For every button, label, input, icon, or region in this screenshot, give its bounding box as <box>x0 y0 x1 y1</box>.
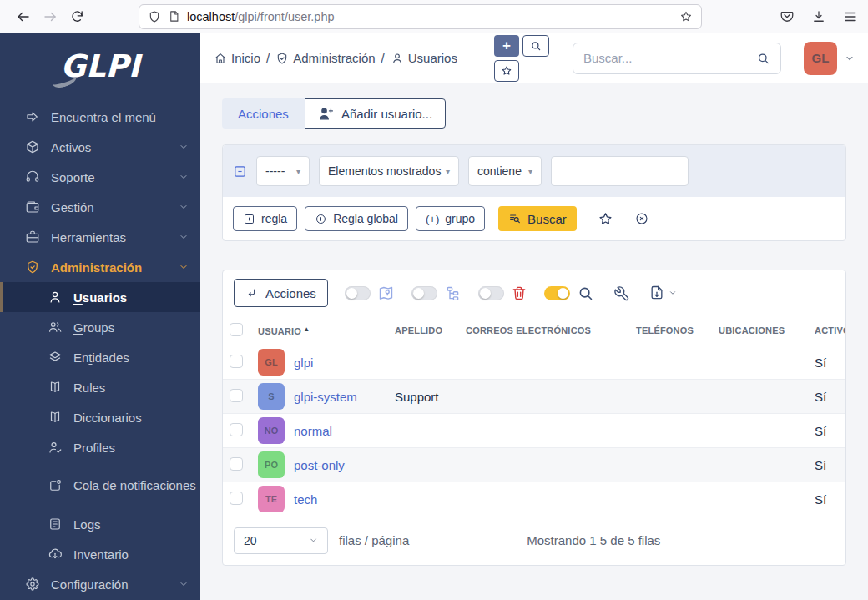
sidebar-item-inventario[interactable]: Inventario <box>0 539 200 569</box>
bookmark-star-button[interactable] <box>494 60 519 82</box>
wrench-icon <box>613 285 630 302</box>
username-link[interactable]: tech <box>294 492 317 507</box>
briefcase-icon <box>25 229 40 245</box>
settings-wrench-button[interactable] <box>613 285 630 302</box>
reset-search-button[interactable] <box>634 211 649 226</box>
sidebar-item-usuarios[interactable]: Usuarios <box>0 282 200 312</box>
search-icon <box>530 40 542 52</box>
user-menu[interactable]: GL <box>804 42 855 75</box>
sidebar-item-configuracion[interactable]: Configuración <box>0 569 200 599</box>
table-row: POpost-only Sí <box>223 448 845 482</box>
avatar: GL <box>258 349 285 376</box>
column-header-correos[interactable]: CORREOS ELECTRÓNICOS <box>459 315 629 345</box>
global-rule-button[interactable]: Regla global <box>305 206 408 231</box>
row-checkbox[interactable] <box>230 492 243 505</box>
minus-square-icon[interactable] <box>233 164 247 179</box>
row-checkbox[interactable] <box>230 389 243 402</box>
bookmark-star-icon[interactable] <box>679 10 693 23</box>
column-header-telefonos[interactable]: TELÉFONOS <box>629 315 712 345</box>
row-checkbox[interactable] <box>230 457 243 471</box>
add-button[interactable]: + <box>494 35 519 57</box>
add-user-button[interactable]: Añadir usuario... <box>305 98 446 129</box>
search-icon[interactable] <box>577 285 594 302</box>
app-header: Inicio / Administración / Usuarios + <box>200 33 868 83</box>
menu-hamburger-icon[interactable] <box>843 9 858 24</box>
map-toggle[interactable] <box>345 286 371 300</box>
emails-cell <box>459 448 629 482</box>
sidebar-item-groups[interactable]: Groups <box>0 312 200 342</box>
browser-chrome: localhost/glpi/front/user.php <box>0 0 868 33</box>
table-row: NOnormal Sí <box>223 414 845 448</box>
sidebar-item-soporte[interactable]: Soporte <box>0 162 200 192</box>
row-checkbox[interactable] <box>230 423 243 436</box>
gear-icon <box>25 577 40 592</box>
shield-permissions-icon[interactable] <box>148 10 161 23</box>
rule-button[interactable]: regla <box>233 206 297 231</box>
sidebar-item-cola-notificaciones[interactable]: Cola de notificaciones <box>0 462 200 509</box>
sidebar-item-gestion[interactable]: Gestión <box>0 192 200 222</box>
username-link[interactable]: normal <box>294 424 332 438</box>
browser-forward-button[interactable] <box>37 4 63 29</box>
browser-back-button[interactable] <box>10 4 37 29</box>
sidebar-item-herramientas[interactable]: Herramientas <box>0 222 200 252</box>
header-search-button[interactable] <box>522 35 549 57</box>
search-toggle[interactable] <box>544 286 570 300</box>
sidebar-item-administracion[interactable]: Administración <box>0 252 200 282</box>
group-button[interactable]: (+) grupo <box>416 206 485 231</box>
row-checkbox[interactable] <box>230 355 243 368</box>
global-search-input[interactable] <box>583 51 749 65</box>
trash-toggle[interactable] <box>478 286 504 300</box>
reload-icon <box>70 9 84 23</box>
pocket-icon[interactable] <box>780 9 795 24</box>
breadcrumb-home[interactable]: Inicio <box>214 49 260 67</box>
table-actions-button[interactable]: Acciones <box>234 279 328 307</box>
home-icon <box>214 52 227 65</box>
criteria-logic-select[interactable]: -----▾ <box>256 156 310 186</box>
sidebar-item-label: Rules <box>73 381 105 395</box>
sidebar-item-entidades[interactable]: Entidades <box>0 342 200 372</box>
users-table: USUARIO▲ APELLIDO CORREOS ELECTRÓNICOS T… <box>223 315 845 517</box>
username-link[interactable]: glpi <box>294 355 313 370</box>
criteria-value-input[interactable] <box>551 156 689 186</box>
sidebar-item-logs[interactable]: Logs <box>0 509 200 539</box>
avatar[interactable]: GL <box>804 42 837 75</box>
column-header-ubicaciones[interactable]: UBICACIONES <box>712 315 808 345</box>
sidebar-item-diccionarios[interactable]: Diccionarios <box>0 402 200 432</box>
sidebar-item-rules[interactable]: Rules <box>0 372 200 402</box>
select-all-checkbox[interactable] <box>230 323 243 336</box>
actions-button[interactable]: Acciones <box>222 98 305 129</box>
sidebar-item-find-menu[interactable]: Encuentra el menú <box>0 102 200 132</box>
chevron-down-icon <box>179 232 189 242</box>
sidebar-item-label: Inventario <box>73 547 129 562</box>
criteria-operator-select[interactable]: contiene▾ <box>468 156 542 186</box>
tree-toggle[interactable] <box>411 286 437 300</box>
save-search-star-button[interactable] <box>598 211 613 227</box>
username-link[interactable]: glpi-system <box>294 390 357 404</box>
breadcrumb-administracion[interactable]: Administración <box>275 49 375 67</box>
sidebar-item-profiles[interactable]: Profiles <box>0 432 200 462</box>
breadcrumb-usuarios[interactable]: Usuarios <box>391 49 457 67</box>
sidebar-item-label: Groups <box>73 320 114 335</box>
chevron-down-icon <box>845 53 855 63</box>
criteria-field-select[interactable]: Elementos mostrados▾ <box>319 156 459 186</box>
page-info-icon[interactable] <box>168 10 180 23</box>
locations-cell <box>712 414 808 448</box>
glpi-logo[interactable]: GLPI <box>0 38 200 93</box>
url-text: localhost/glpi/front/user.php <box>187 10 673 23</box>
rows-per-page-label: filas / página <box>339 533 409 547</box>
active-cell: Sí <box>808 414 845 448</box>
search-icon[interactable] <box>756 51 770 66</box>
username-link[interactable]: post-only <box>294 458 345 472</box>
column-header-activo[interactable]: ACTIVO <box>808 315 845 345</box>
page-size-select[interactable]: 20 <box>234 527 328 554</box>
url-bar[interactable]: localhost/glpi/front/user.php <box>139 4 702 29</box>
column-header-usuario[interactable]: USUARIO▲ <box>251 315 388 345</box>
sidebar-item-activos[interactable]: Activos <box>0 132 200 162</box>
star-icon <box>598 211 613 227</box>
column-header-apellido[interactable]: APELLIDO <box>388 315 459 345</box>
phones-cell <box>629 482 712 517</box>
search-button[interactable]: Buscar <box>498 206 577 231</box>
export-button[interactable] <box>648 285 677 301</box>
browser-reload-button[interactable] <box>63 4 90 29</box>
downloads-icon[interactable] <box>811 9 826 24</box>
